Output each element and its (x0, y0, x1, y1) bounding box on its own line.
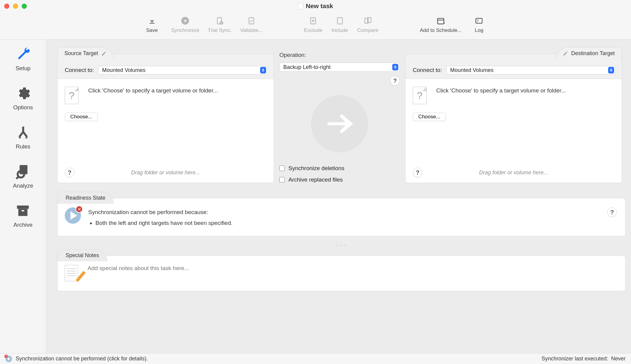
magnify-file-icon (15, 164, 31, 179)
readiness-bullet: Both the left and right targets have not… (95, 218, 232, 228)
destination-hint: Click 'Choose' to specify a target volum… (436, 87, 566, 95)
file-x-icon (309, 17, 317, 25)
gear-icon (15, 86, 31, 101)
notes-title: Special Notes (66, 252, 99, 259)
analyze-label: Analyze (13, 182, 33, 189)
sidebar-item-options[interactable]: Options (13, 86, 33, 111)
validate-button[interactable]: Validate... (240, 17, 263, 33)
destination-help-button[interactable]: ? (413, 168, 422, 177)
readiness-panel: Readiness State ✕ Synchronization cannot… (57, 198, 626, 236)
source-choose-button[interactable]: Choose... (65, 113, 98, 121)
resize-grip[interactable]: • • • (57, 243, 626, 248)
include-button[interactable]: Include (331, 17, 349, 33)
readiness-tab: Readiness State (58, 192, 113, 204)
arrow-right-icon (322, 106, 358, 142)
destination-connect-bar: Connect to: Mounted Volumes (406, 59, 622, 79)
source-connect-select[interactable]: Mounted Volumes (98, 66, 268, 74)
svg-rect-8 (437, 18, 444, 24)
source-help-button[interactable]: ? (65, 168, 74, 177)
window-title: New task (298, 2, 333, 10)
status-icon: ✕ (5, 356, 12, 362)
source-target-title: Source Target (64, 50, 98, 57)
destination-choose-button[interactable]: Choose... (413, 113, 446, 121)
destination-connect-select[interactable]: Mounted Volumes (446, 66, 616, 74)
source-drag-hint: Drag folder or volume here... (74, 170, 257, 176)
destination-target-title: Destination Target (571, 50, 615, 57)
destination-target-panel: Destination Target Connect to: Mounted V… (405, 54, 622, 183)
notes-textarea[interactable] (88, 265, 618, 283)
special-notes-panel: Special Notes (57, 256, 626, 291)
play-circle-icon (181, 17, 189, 25)
add-to-schedule-button[interactable]: Add to Schedule... (420, 17, 462, 33)
terminal-icon (475, 17, 483, 25)
operation-value: Backup Left-to-right (283, 64, 331, 70)
synchronize-button[interactable]: Synchronize (171, 17, 200, 33)
options-label: Options (13, 104, 33, 111)
readiness-help-button[interactable]: ? (607, 207, 617, 217)
zoom-window-button[interactable] (22, 4, 27, 9)
source-target-panel: Source Target Connect to: Mounted Volume… (57, 54, 274, 183)
note-icon (65, 265, 81, 281)
download-icon (148, 17, 156, 25)
validate-label: Validate... (240, 27, 263, 33)
compare-button[interactable]: Compare (357, 17, 378, 33)
title-text: New task (306, 2, 333, 10)
edit-icon (101, 51, 107, 56)
log-button[interactable]: Log (470, 17, 488, 33)
destination-connect-value: Mounted Volumes (450, 67, 493, 73)
wrench-icon (15, 46, 31, 62)
sidebar-item-setup[interactable]: Setup (15, 46, 31, 72)
source-hint: Click 'Choose' to specify a target volum… (88, 87, 218, 95)
document-icon (298, 3, 303, 9)
compare-label: Compare (357, 27, 378, 33)
sync-deletions-checkbox[interactable]: Synchronize deletions (279, 165, 400, 172)
status-last-exec-label: Synchronizer last executed: (542, 356, 608, 362)
operation-help-button[interactable]: ? (390, 76, 400, 86)
svg-rect-14 (22, 210, 24, 211)
log-label: Log (475, 27, 483, 33)
archive-label: Archive (14, 222, 33, 228)
destination-target-tab[interactable]: Destination Target (556, 47, 622, 59)
source-connect-label: Connect to: (65, 67, 94, 73)
save-label: Save (146, 27, 158, 33)
branch-icon (15, 125, 31, 140)
operation-select[interactable]: Backup Left-to-right (279, 63, 400, 72)
trial-sync-button[interactable]: Trial Sync. (208, 17, 232, 33)
window-controls (4, 4, 27, 9)
source-target-tab[interactable]: Source Target (58, 47, 113, 59)
save-button[interactable]: Save (143, 17, 161, 33)
trial-sync-label: Trial Sync. (208, 27, 232, 33)
readiness-title: Readiness State (66, 195, 105, 201)
archive-replaced-label: Archive replaced files (288, 176, 343, 183)
source-target-body[interactable]: ? Click 'Choose' to specify a target vol… (58, 79, 274, 183)
readiness-status-icon: ✕ (65, 207, 81, 224)
archive-replaced-input[interactable] (279, 177, 285, 182)
sidebar-item-archive[interactable]: Archive (14, 203, 33, 228)
close-window-button[interactable] (4, 4, 9, 9)
sidebar-item-analyze[interactable]: Analyze (13, 164, 33, 189)
rules-label: Rules (16, 143, 30, 150)
status-message[interactable]: Synchronization cannot be performed (cli… (16, 356, 148, 362)
error-badge-icon: ✕ (76, 206, 83, 213)
archive-replaced-checkbox[interactable]: Archive replaced files (279, 176, 400, 183)
notes-tab: Special Notes (58, 249, 107, 261)
file-blank-icon (336, 17, 344, 25)
minimize-window-button[interactable] (13, 4, 18, 9)
unknown-file-icon: ? (65, 87, 79, 104)
exclude-button[interactable]: Exclude (304, 17, 322, 33)
sync-deletions-input[interactable] (279, 166, 285, 171)
content-area: Source Target Connect to: Mounted Volume… (46, 40, 631, 353)
sync-deletions-label: Synchronize deletions (288, 165, 344, 172)
operation-column: Operation: Backup Left-to-right ? (279, 47, 400, 183)
destination-target-body[interactable]: ? Click 'Choose' to specify a target vol… (406, 79, 622, 183)
operation-label: Operation: (279, 52, 400, 58)
sidebar-item-rules[interactable]: Rules (15, 125, 31, 150)
svg-rect-13 (18, 209, 27, 216)
destination-drag-hint: Drag folder or volume here... (422, 170, 605, 176)
main-area: Setup Options Rules Analyze Archive Sour… (0, 40, 631, 353)
svg-rect-12 (17, 206, 29, 209)
titlebar: New task (0, 0, 631, 12)
clipboard-check-icon (247, 17, 256, 25)
destination-connect-label: Connect to: (413, 67, 442, 73)
source-connect-bar: Connect to: Mounted Volumes (58, 59, 274, 79)
